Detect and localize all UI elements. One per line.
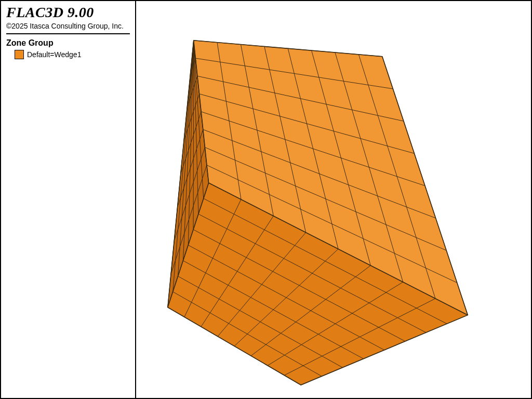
legend-sidebar: FLAC3D 9.00 ©2025 Itasca Consulting Grou… bbox=[1, 1, 136, 398]
app-title: FLAC3D 9.00 bbox=[6, 4, 130, 21]
mesh-render bbox=[136, 1, 531, 398]
copyright-text: ©2025 Itasca Consulting Group, Inc. bbox=[6, 22, 130, 30]
legend-swatch bbox=[15, 50, 24, 59]
divider bbox=[6, 33, 130, 34]
legend-item-label: Default=Wedge1 bbox=[27, 50, 81, 59]
app-frame: FLAC3D 9.00 ©2025 Itasca Consulting Grou… bbox=[0, 0, 532, 399]
legend-item: Default=Wedge1 bbox=[15, 50, 130, 59]
viewport-3d[interactable] bbox=[136, 1, 531, 398]
legend-title: Zone Group bbox=[6, 38, 130, 48]
